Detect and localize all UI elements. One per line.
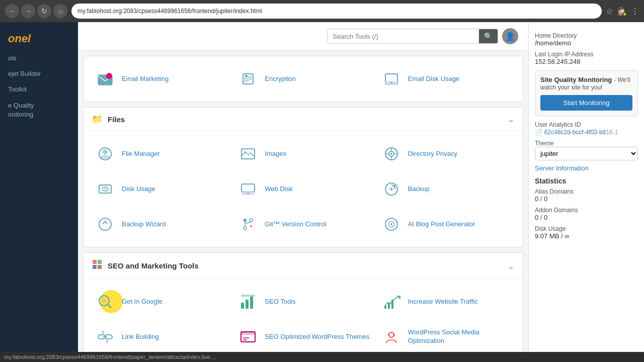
seo-wordpress-icon bbox=[236, 325, 260, 348]
tool-wp-social[interactable]: WordPress Social Media Optimization bbox=[375, 319, 518, 352]
svg-rect-53 bbox=[391, 300, 393, 309]
svg-point-65 bbox=[393, 334, 395, 336]
tool-file-manager[interactable]: File Manager bbox=[89, 136, 231, 171]
tool-seo-wordpress-label: SEO Optimized WordPress Themes bbox=[265, 333, 369, 341]
seo-section-toggle[interactable]: ⌄ bbox=[507, 260, 515, 272]
link-building-icon bbox=[94, 325, 117, 348]
backup-wizard-icon bbox=[94, 213, 117, 236]
disk-usage-icon bbox=[94, 177, 117, 201]
svg-point-23 bbox=[105, 189, 106, 190]
tool-disk-usage[interactable]: Disk Usage bbox=[89, 171, 231, 207]
svg-point-30 bbox=[99, 218, 111, 230]
svg-rect-57 bbox=[102, 331, 104, 334]
tool-images-label: Images bbox=[265, 150, 286, 158]
get-in-google-icon bbox=[94, 290, 117, 313]
svg-rect-52 bbox=[388, 303, 390, 309]
svg-rect-47 bbox=[246, 300, 249, 309]
nav-buttons: ← → ↻ ⌂ bbox=[5, 4, 67, 18]
back-button[interactable]: ← bbox=[5, 4, 19, 18]
svg-rect-51 bbox=[384, 306, 386, 309]
svg-rect-48 bbox=[250, 297, 253, 309]
main-content: 🔍 👤 Email Marketing bbox=[78, 22, 644, 352]
menu-icon[interactable]: ⋮ bbox=[631, 7, 639, 16]
disk-usage-value: 9.07 MB / ∞ bbox=[535, 232, 638, 240]
directory-privacy-icon bbox=[380, 142, 403, 165]
sidebar-logo: onel bbox=[0, 27, 78, 50]
svg-point-64 bbox=[387, 334, 389, 336]
addon-domains-row: Addon Domains 0 / 0 bbox=[535, 207, 638, 221]
tool-email-marketing[interactable]: Email Marketing bbox=[89, 61, 231, 97]
status-url: my.fabiohost.org:2083/cpsess4469961658/f… bbox=[4, 354, 216, 360]
files-section: 📁 Files ⌄ File Manager bbox=[83, 107, 523, 247]
tool-link-building[interactable]: Link Building bbox=[89, 319, 231, 352]
wp-social-icon bbox=[380, 325, 403, 348]
tool-seo-tools[interactable]: SEO Tools bbox=[231, 284, 374, 319]
files-section-icon: 📁 bbox=[92, 114, 103, 125]
sidebar-item-tools[interactable]: ols bbox=[0, 50, 78, 66]
svg-point-63 bbox=[389, 332, 394, 337]
tool-directory-privacy-label: Directory Privacy bbox=[408, 150, 457, 158]
incognito-icon[interactable]: 🕵 bbox=[617, 7, 627, 16]
tool-increase-traffic[interactable]: Increase Website Traffic bbox=[375, 284, 518, 319]
tool-backup-wizard[interactable]: Backup Wizard bbox=[89, 207, 231, 242]
sidebar-item-toolkit[interactable]: Toolkit bbox=[0, 81, 78, 97]
seo-section-title: SEO and Marketing Tools bbox=[108, 261, 502, 270]
tool-disk-usage-label: Disk Usage bbox=[122, 185, 155, 194]
theme-select[interactable]: jupiter bbox=[535, 147, 638, 160]
tool-email-disk[interactable]: Email Disk Usage bbox=[375, 61, 518, 97]
tool-seo-wordpress[interactable]: SEO Optimized WordPress Themes bbox=[231, 319, 374, 352]
app-layout: onel ols ejet Builder Toolkit e Qualityo… bbox=[0, 22, 644, 352]
tool-encryption[interactable]: Encryption bbox=[231, 61, 374, 97]
email-disk-icon bbox=[380, 67, 403, 90]
home-dir-label: Home Directory bbox=[535, 32, 638, 39]
svg-point-11 bbox=[103, 149, 108, 154]
svg-point-38 bbox=[390, 223, 392, 225]
forward-button[interactable]: → bbox=[21, 4, 35, 18]
alias-domains-label: Alias Domains bbox=[535, 188, 638, 195]
svg-rect-49 bbox=[241, 295, 255, 297]
bookmark-icon[interactable]: ☆ bbox=[606, 7, 613, 16]
backup-icon bbox=[380, 177, 403, 201]
tool-backup[interactable]: Backup bbox=[375, 171, 518, 207]
svg-point-45 bbox=[102, 298, 107, 303]
refresh-button[interactable]: ↻ bbox=[37, 4, 51, 18]
svg-point-32 bbox=[244, 219, 247, 222]
tool-seo-tools-label: SEO Tools bbox=[265, 298, 295, 306]
tool-email-disk-label: Email Disk Usage bbox=[408, 75, 460, 83]
right-panel: Home Directory /home/demo Last Login IP … bbox=[528, 22, 644, 352]
seo-section-header[interactable]: SEO and Marketing Tools ⌄ bbox=[84, 253, 523, 279]
files-section-toggle[interactable]: ⌄ bbox=[507, 114, 515, 125]
svg-point-9 bbox=[390, 82, 392, 83]
tool-web-disk[interactable]: Web Disk bbox=[231, 171, 374, 207]
user-icon-button[interactable]: 👤 bbox=[502, 28, 518, 44]
sidebar-item-quality[interactable]: e Qualityonitoring bbox=[0, 97, 78, 123]
tool-git[interactable]: Git™ Version Control bbox=[231, 207, 374, 242]
encryption-icon bbox=[236, 67, 260, 90]
disk-usage-row: Disk Usage 9.07 MB / ∞ bbox=[535, 225, 638, 240]
svg-rect-3 bbox=[245, 75, 248, 76]
files-section-header[interactable]: 📁 Files ⌄ bbox=[84, 108, 523, 131]
content-area: 🔍 👤 Email Marketing bbox=[78, 22, 528, 352]
last-login-label: Last Login IP Address bbox=[535, 51, 638, 58]
svg-rect-58 bbox=[106, 340, 108, 343]
server-information-link[interactable]: Server Information bbox=[535, 164, 638, 172]
search-input[interactable] bbox=[328, 30, 479, 43]
seo-tools-icon bbox=[236, 290, 260, 313]
tool-get-in-google[interactable]: Get In Google bbox=[89, 284, 231, 319]
tool-ai-blog-label: AI Blog Post Generator bbox=[408, 220, 475, 229]
address-bar[interactable]: my.fabiohost.org:2083/cpsess4469961658/f… bbox=[71, 4, 602, 19]
start-monitoring-button[interactable]: Start Monitoring bbox=[540, 95, 632, 111]
tool-images[interactable]: Images bbox=[231, 136, 374, 171]
search-button[interactable]: 🔍 bbox=[479, 29, 498, 43]
tool-backup-wizard-label: Backup Wizard bbox=[122, 220, 166, 229]
svg-line-44 bbox=[108, 305, 111, 308]
svg-rect-46 bbox=[241, 303, 244, 309]
svg-point-1 bbox=[106, 73, 112, 79]
tool-ai-blog[interactable]: AI Blog Post Generator bbox=[375, 207, 518, 242]
sidebar-item-jetbuilder[interactable]: ejet Builder bbox=[0, 66, 78, 81]
sidebar: onel ols ejet Builder Toolkit e Qualityo… bbox=[0, 22, 78, 352]
svg-point-26 bbox=[247, 193, 249, 195]
tool-directory-privacy[interactable]: Directory Privacy bbox=[375, 136, 518, 171]
disk-usage-label: Disk Usage bbox=[535, 225, 638, 232]
home-button[interactable]: ⌂ bbox=[53, 4, 67, 18]
